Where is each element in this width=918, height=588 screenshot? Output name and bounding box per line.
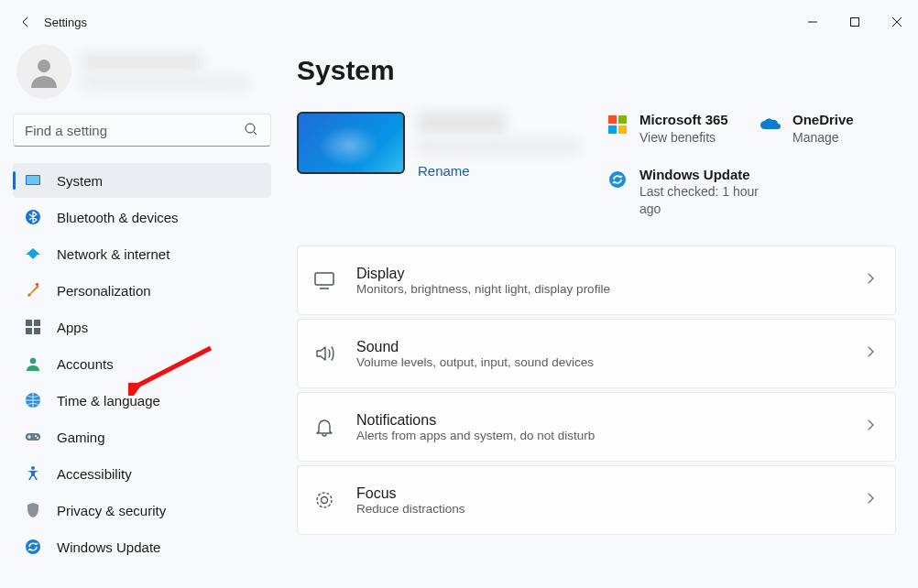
- sidebar-item-label: System: [57, 173, 103, 189]
- device-model-redacted: [418, 139, 578, 154]
- sidebar-item-time-language[interactable]: Time & language: [13, 383, 271, 418]
- sidebar-item-bluetooth[interactable]: Bluetooth & devices: [13, 200, 271, 234]
- accessibility-icon: [24, 464, 42, 483]
- card-sub: Alerts from apps and system, do not dist…: [356, 429, 844, 442]
- rename-link[interactable]: Rename: [418, 163, 470, 179]
- profile-block[interactable]: [13, 44, 271, 99]
- card-focus[interactable]: Focus Reduce distractions: [297, 465, 896, 535]
- apps-icon: [24, 318, 42, 336]
- sidebar-item-personalization[interactable]: Personalization: [13, 273, 271, 308]
- profile-name-redacted: [82, 53, 202, 71]
- update-icon: [24, 538, 42, 556]
- svg-point-27: [317, 493, 332, 507]
- status-title: Microsoft 365: [639, 112, 728, 129]
- svg-rect-9: [26, 320, 32, 326]
- sidebar-item-label: Windows Update: [57, 539, 160, 555]
- sidebar-item-label: Network & internet: [57, 246, 169, 262]
- close-button[interactable]: [876, 7, 918, 37]
- shield-icon: [24, 501, 42, 519]
- sidebar-item-label: Gaming: [57, 430, 105, 445]
- search-icon: [244, 122, 258, 140]
- card-display[interactable]: Display Monitors, brightness, night ligh…: [297, 245, 896, 315]
- minimize-button[interactable]: [792, 7, 834, 37]
- sound-icon: [312, 342, 336, 365]
- status-title: Windows Update: [639, 167, 781, 184]
- page-title: System: [297, 55, 896, 86]
- card-title: Focus: [356, 485, 844, 502]
- globe-icon: [24, 391, 42, 409]
- sidebar-item-system[interactable]: System: [13, 163, 271, 198]
- nav-list: System Bluetooth & devices Network & int…: [13, 163, 271, 564]
- sidebar-item-label: Apps: [57, 320, 88, 335]
- sidebar-item-windows-update[interactable]: Windows Update: [13, 529, 271, 564]
- svg-rect-20: [608, 115, 617, 124]
- svg-point-16: [35, 435, 37, 437]
- sidebar-item-accounts[interactable]: Accounts: [13, 346, 271, 381]
- sidebar-item-gaming[interactable]: Gaming: [13, 419, 271, 454]
- card-title: Notifications: [356, 412, 844, 429]
- svg-rect-23: [618, 125, 627, 134]
- svg-rect-10: [34, 320, 40, 326]
- chevron-right-icon: [864, 272, 877, 289]
- profile-email-redacted: [82, 77, 247, 90]
- svg-point-3: [246, 124, 255, 133]
- svg-point-17: [37, 437, 38, 439]
- svg-point-24: [609, 171, 626, 188]
- device-thumbnail: [297, 112, 405, 174]
- sidebar-item-network[interactable]: Network & internet: [13, 236, 271, 271]
- bluetooth-icon: [24, 208, 42, 226]
- sidebar: System Bluetooth & devices Network & int…: [13, 44, 282, 588]
- device-name-redacted: [418, 112, 506, 134]
- gaming-icon: [24, 428, 42, 446]
- device-info[interactable]: Rename: [297, 112, 590, 218]
- svg-rect-22: [608, 125, 617, 134]
- svg-rect-12: [34, 328, 40, 334]
- svg-point-18: [31, 466, 35, 470]
- svg-point-19: [26, 539, 40, 554]
- wifi-icon: [24, 245, 42, 263]
- sidebar-item-label: Time & language: [57, 393, 160, 408]
- svg-rect-1: [851, 18, 859, 27]
- card-sub: Monitors, brightness, night light, displ…: [356, 282, 844, 296]
- status-title: OneDrive: [792, 112, 854, 129]
- sidebar-item-label: Bluetooth & devices: [57, 210, 179, 225]
- sidebar-item-apps[interactable]: Apps: [13, 310, 271, 344]
- chevron-right-icon: [864, 492, 877, 508]
- update-icon: [607, 169, 628, 191]
- display-icon: [312, 268, 336, 292]
- card-sub: Reduce distractions: [356, 502, 844, 516]
- accounts-icon: [24, 354, 42, 373]
- maximize-button[interactable]: [834, 7, 876, 37]
- status-sub: View benefits: [639, 129, 728, 147]
- svg-point-2: [38, 60, 50, 72]
- sidebar-item-label: Privacy & security: [57, 503, 166, 518]
- svg-point-28: [322, 497, 328, 504]
- status-sub: Manage: [792, 129, 854, 147]
- back-button[interactable]: [7, 4, 44, 40]
- status-sub: Last checked: 1 hour ago: [639, 183, 781, 218]
- main-content: System Rename Microsoft 365 View b: [282, 44, 918, 588]
- system-icon: [24, 171, 42, 190]
- avatar: [16, 44, 71, 99]
- sidebar-item-privacy[interactable]: Privacy & security: [13, 493, 271, 528]
- svg-point-13: [30, 358, 37, 365]
- search-input[interactable]: [13, 114, 271, 147]
- onedrive-icon: [760, 114, 781, 136]
- sidebar-item-label: Accounts: [57, 356, 114, 372]
- sidebar-item-accessibility[interactable]: Accessibility: [13, 456, 271, 491]
- status-onedrive[interactable]: OneDrive Manage: [760, 112, 896, 147]
- search-container: [13, 114, 271, 147]
- card-title: Display: [356, 266, 844, 282]
- microsoft-365-icon: [607, 114, 628, 136]
- card-sound[interactable]: Sound Volume levels, output, input, soun…: [297, 319, 896, 388]
- bell-icon: [312, 415, 336, 439]
- svg-rect-11: [26, 328, 32, 334]
- svg-rect-21: [618, 115, 627, 124]
- status-windows-update[interactable]: Windows Update Last checked: 1 hour ago: [607, 167, 781, 219]
- card-notifications[interactable]: Notifications Alerts from apps and syste…: [297, 392, 896, 462]
- chevron-right-icon: [864, 419, 877, 435]
- status-microsoft-365[interactable]: Microsoft 365 View benefits: [607, 112, 743, 147]
- window-title: Settings: [44, 16, 87, 29]
- focus-icon: [312, 488, 336, 512]
- sidebar-item-label: Accessibility: [57, 466, 132, 482]
